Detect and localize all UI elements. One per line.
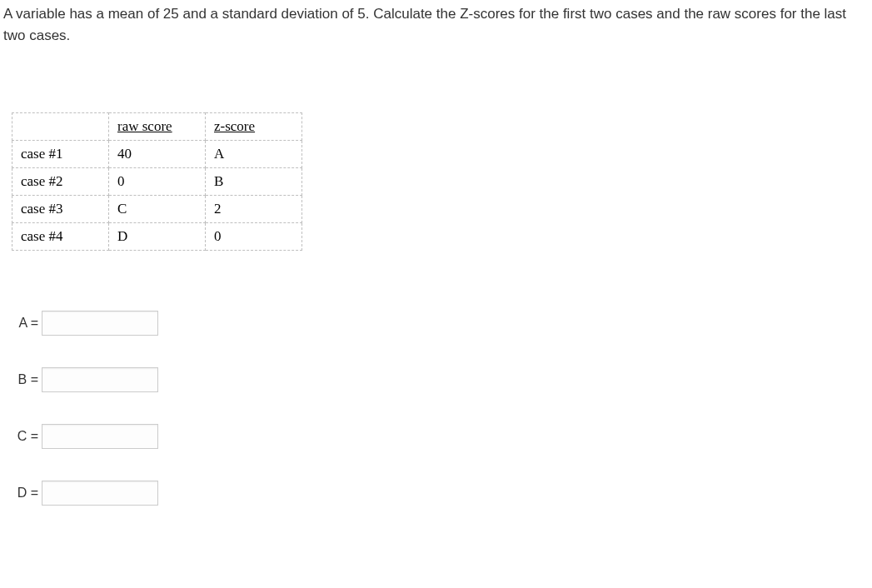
data-table: raw score z-score case #1 40 A case #2 0… [12,112,302,251]
answer-block: A = B = C = D = [12,311,872,506]
header-blank [12,112,109,140]
cell-case: case #2 [12,167,109,195]
answer-label-a: A = [12,316,38,331]
question-text: A variable has a mean of 25 and a standa… [0,0,872,47]
answer-row-c: C = [12,424,872,449]
answer-input-a[interactable] [42,311,158,336]
table-row: case #4 D 0 [12,222,302,250]
answer-input-b[interactable] [42,367,158,392]
table-row: case #3 C 2 [12,195,302,222]
cell-raw: D [109,222,206,250]
table-header-row: raw score z-score [12,112,302,140]
cell-case: case #3 [12,195,109,222]
cell-case: case #1 [12,140,109,167]
answer-row-d: D = [12,481,872,506]
answer-label-b: B = [12,372,38,387]
answer-row-a: A = [12,311,872,336]
header-raw-score: raw score [109,112,206,140]
cell-z: 2 [206,195,302,222]
cell-raw: 0 [109,167,206,195]
table-row: case #2 0 B [12,167,302,195]
answer-input-c[interactable] [42,424,158,449]
cell-raw: 40 [109,140,206,167]
cell-z: 0 [206,222,302,250]
header-z-score: z-score [206,112,302,140]
answer-input-d[interactable] [42,481,158,506]
table-row: case #1 40 A [12,140,302,167]
answer-row-b: B = [12,367,872,392]
cell-raw: C [109,195,206,222]
answer-label-c: C = [12,429,38,444]
cell-case: case #4 [12,222,109,250]
cell-z: B [206,167,302,195]
answer-label-d: D = [12,486,38,501]
cell-z: A [206,140,302,167]
